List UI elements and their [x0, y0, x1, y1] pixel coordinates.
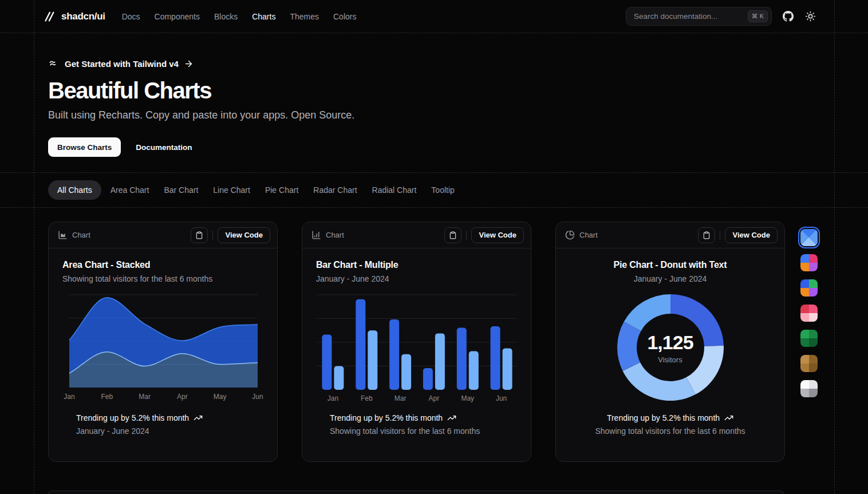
- github-icon: [783, 11, 794, 22]
- trend-text: Trending up by 5.2% this month: [330, 413, 443, 422]
- announcement-banner[interactable]: Get Started with Tailwind v4: [48, 58, 835, 69]
- copy-code-button[interactable]: [191, 227, 208, 243]
- arrow-right-icon: [184, 59, 194, 69]
- svg-text:Apr: Apr: [177, 393, 188, 401]
- trend-text: Trending up by 5.2% this month: [607, 413, 720, 422]
- tab-line-chart[interactable]: Line Chart: [206, 180, 258, 200]
- area-chart[interactable]: JanFebMarAprMayJun: [62, 291, 265, 404]
- swatch-quadrant: [800, 263, 809, 271]
- chart-card-title: Pie Chart - Donut with Text: [570, 260, 771, 270]
- card-toolbar-label: Chart: [579, 231, 598, 239]
- swatch-quadrant: [800, 254, 809, 263]
- next-card-top-edge: [48, 491, 784, 494]
- header-actions: Search documentation... ⌘ K: [626, 7, 816, 26]
- card-bar-chart-multiple: Chart View Code Bar Chart - Multipl: [302, 222, 531, 462]
- nav-item-charts[interactable]: Charts: [252, 12, 275, 21]
- chart-card-description: Showing total visitors for the last 6 mo…: [62, 274, 263, 283]
- nav-item-themes[interactable]: Themes: [290, 12, 319, 21]
- top-navbar: shadcn/ui Docs Components Blocks Charts …: [0, 0, 868, 33]
- tab-bar-chart[interactable]: Bar Chart: [156, 180, 206, 200]
- nav-item-blocks[interactable]: Blocks: [214, 12, 238, 21]
- theme-swatch-green[interactable]: [800, 330, 818, 347]
- theme-swatch-amber[interactable]: [800, 355, 818, 372]
- area-chart-icon: [58, 230, 68, 240]
- view-code-button[interactable]: View Code: [725, 227, 778, 243]
- swatch-quadrant: [800, 355, 809, 363]
- swatch-quadrant: [800, 288, 809, 297]
- swatch-quadrant: [800, 363, 809, 372]
- sun-icon: [805, 11, 816, 22]
- shadcn-logo-icon: [43, 10, 56, 23]
- card-toolbar: Chart View Code: [49, 222, 277, 248]
- clipboard-icon: [703, 231, 711, 239]
- page-subtitle: Built using Recharts. Copy and paste int…: [48, 109, 835, 121]
- theme-swatch-red[interactable]: [800, 305, 818, 322]
- copy-code-button[interactable]: [444, 227, 461, 243]
- copy-code-button[interactable]: [698, 227, 715, 243]
- svg-text:May: May: [214, 393, 227, 401]
- theme-swatch-blue[interactable]: [800, 229, 818, 246]
- swatch-quadrant: [809, 288, 818, 297]
- view-code-button[interactable]: View Code: [471, 227, 524, 243]
- clipboard-icon: [195, 231, 203, 239]
- chart-card-description: January - June 2024: [316, 274, 517, 283]
- swatch-quadrant: [800, 313, 809, 322]
- brand-logo[interactable]: shadcn/ui: [43, 10, 105, 23]
- swatch-quadrant: [800, 338, 809, 347]
- footer-caption: January - June 2024: [76, 426, 250, 436]
- bar-chart-icon: [311, 230, 321, 240]
- swatch-quadrant: [809, 263, 818, 271]
- swatch-quadrant: [800, 279, 809, 288]
- footer-caption: Showing total visitors for the last 6 mo…: [330, 426, 503, 436]
- theme-swatch-gray[interactable]: [800, 380, 818, 397]
- github-button[interactable]: [782, 10, 794, 23]
- theme-picker-rail: [800, 222, 818, 462]
- tab-all-charts[interactable]: All Charts: [48, 180, 101, 200]
- svg-text:Feb: Feb: [101, 393, 113, 401]
- svg-text:Mar: Mar: [394, 394, 407, 402]
- theme-swatch-scaled-green[interactable]: [800, 279, 818, 297]
- tab-radar-chart[interactable]: Radar Chart: [306, 180, 364, 200]
- theme-toggle-button[interactable]: [804, 10, 816, 23]
- card-area-chart-stacked: Chart View Code Area Chart - Stacke: [48, 222, 278, 462]
- search-input[interactable]: Search documentation... ⌘ K: [626, 7, 772, 26]
- search-shortcut-kbd: ⌘ K: [748, 10, 768, 22]
- search-placeholder: Search documentation...: [634, 12, 748, 21]
- tab-area-chart[interactable]: Area Chart: [103, 180, 157, 200]
- svg-text:May: May: [461, 394, 474, 402]
- card-toolbar: Chart View Code: [556, 222, 784, 248]
- swatch-quadrant: [809, 389, 818, 397]
- nav-item-colors[interactable]: Colors: [333, 12, 356, 21]
- tab-tooltip[interactable]: Tooltip: [424, 180, 461, 200]
- tab-pie-chart[interactable]: Pie Chart: [258, 180, 306, 200]
- swatch-quadrant: [809, 363, 818, 372]
- nav-item-docs[interactable]: Docs: [122, 12, 140, 21]
- theme-swatch-scaled-pink[interactable]: [800, 254, 818, 271]
- trending-up-icon: [447, 413, 456, 422]
- view-code-button[interactable]: View Code: [218, 227, 270, 243]
- svg-text:Mar: Mar: [139, 393, 151, 401]
- svg-text:Jun: Jun: [252, 393, 263, 401]
- swatch-quadrant: [800, 305, 809, 313]
- card-toolbar-label: Chart: [72, 231, 90, 239]
- chart-card-description: January - June 2024: [570, 274, 771, 283]
- chart-filter-tabs: All Charts Area Chart Bar Chart Line Cha…: [0, 172, 868, 208]
- swatch-quadrant: [809, 338, 818, 347]
- brand-name: shadcn/ui: [61, 11, 105, 22]
- donut-chart[interactable]: [614, 291, 727, 404]
- svg-text:Jan: Jan: [328, 394, 338, 402]
- footer-caption: Showing total visitors for the last 6 mo…: [583, 426, 757, 436]
- swatch-quadrant: [800, 330, 809, 338]
- nav-item-components[interactable]: Components: [155, 12, 200, 21]
- tab-radial-chart[interactable]: Radial Chart: [365, 180, 424, 200]
- card-pie-chart-donut: Chart View Code Pie Chart - Donut w: [555, 222, 785, 462]
- swatch-quadrant: [809, 355, 818, 363]
- browse-charts-button[interactable]: Browse Charts: [48, 137, 121, 157]
- svg-text:Feb: Feb: [361, 394, 373, 402]
- documentation-button[interactable]: Documentation: [127, 137, 201, 157]
- hero-section: Get Started with Tailwind v4 Beautiful C…: [34, 33, 835, 172]
- main-nav: Docs Components Blocks Charts Themes Col…: [122, 12, 357, 21]
- card-toolbar-label: Chart: [326, 231, 344, 239]
- chart-card-title: Area Chart - Stacked: [62, 260, 263, 270]
- bar-chart[interactable]: JanFebMarAprMayJun: [316, 291, 518, 404]
